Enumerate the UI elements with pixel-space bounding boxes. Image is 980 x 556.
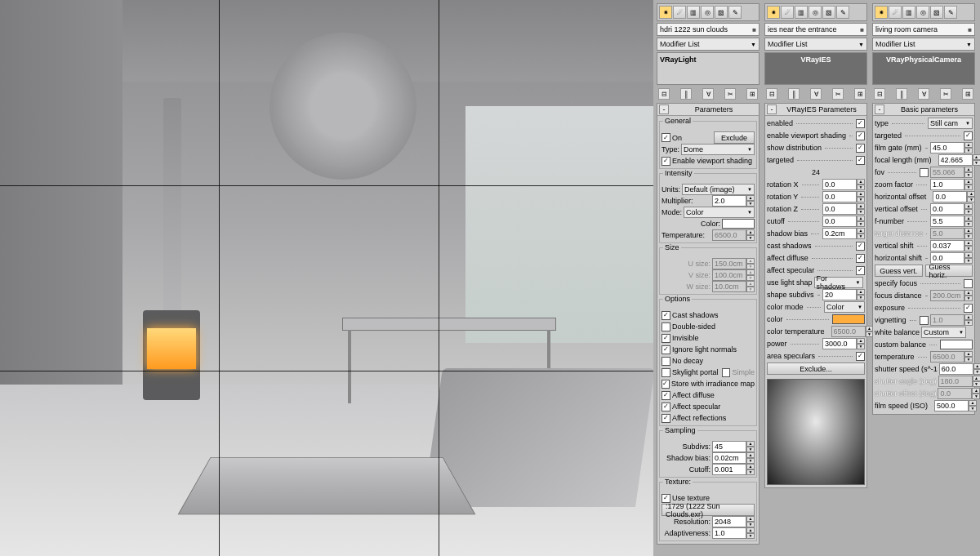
affect-specular-checkbox[interactable] <box>662 403 670 411</box>
modifier-list[interactable]: Modifier List <box>764 38 867 51</box>
modifier-stack[interactable]: VRayPhysicalCamera <box>872 52 975 85</box>
modifier-stack[interactable]: VRayIES <box>764 52 867 85</box>
sfocus-checkbox[interactable] <box>964 279 973 288</box>
invisible-checkbox[interactable] <box>662 334 670 343</box>
sbias-spinner[interactable]: ▲▼ <box>822 228 865 239</box>
targeted-checkbox[interactable] <box>856 156 865 165</box>
show-end-icon[interactable]: ║ <box>680 88 692 100</box>
store-irr-checkbox[interactable] <box>662 380 670 389</box>
on-checkbox[interactable] <box>662 133 670 142</box>
double-sided-checkbox[interactable] <box>662 322 670 331</box>
make-unique-icon[interactable]: ∀ <box>702 88 714 100</box>
panel-vraycam: ✷☄▥◎▧✎ living room camera■ Modifier List… <box>872 3 975 553</box>
exclude-button[interactable]: Exclude... <box>767 363 865 375</box>
render-viewport[interactable] <box>0 0 653 556</box>
adiff-checkbox[interactable] <box>856 254 865 263</box>
fnum-spinner[interactable]: ▲▼ <box>930 216 973 227</box>
object-name[interactable]: living room camera■ <box>872 23 975 36</box>
fov-spinner[interactable]: ▲▼ <box>930 167 973 178</box>
modifier-stack[interactable]: VRayLight <box>657 52 760 85</box>
hoff-spinner[interactable]: ▲▼ <box>933 191 975 202</box>
color-swatch[interactable] <box>832 314 865 324</box>
cbal-swatch[interactable] <box>940 340 973 349</box>
targeted-checkbox[interactable] <box>964 131 973 140</box>
modifier-list[interactable]: Modifier List <box>872 38 975 51</box>
modifier-list[interactable]: Modifier List <box>657 38 760 51</box>
cmode-select[interactable]: Color <box>824 301 865 313</box>
color-swatch[interactable]: ■ <box>752 26 756 33</box>
type-select[interactable]: Dome <box>681 144 755 155</box>
focal-spinner[interactable]: ▲▼ <box>938 154 980 166</box>
cshad-checkbox[interactable] <box>856 242 865 251</box>
enabled-checkbox[interactable] <box>856 119 865 128</box>
iso-spinner[interactable]: ▲▼ <box>934 400 977 411</box>
evs-checkbox[interactable] <box>662 157 670 166</box>
rollup-basic: -Basic parameters typeStill cam targeted… <box>872 103 975 415</box>
fov-checkbox[interactable] <box>920 168 929 177</box>
mode-select[interactable]: Color <box>684 207 755 218</box>
remove-icon[interactable]: ✂ <box>724 88 736 100</box>
fdist-spinner[interactable]: ▲▼ <box>930 290 973 301</box>
vshift-spinner[interactable]: ▲▼ <box>930 240 973 251</box>
display-icon[interactable]: ▧ <box>715 6 728 19</box>
count-label: 24 <box>812 168 820 176</box>
showdist-checkbox[interactable] <box>856 144 865 153</box>
zoom-spinner[interactable]: ▲▼ <box>930 179 973 190</box>
guess-vert-button[interactable]: Guess vert. <box>875 265 923 277</box>
group-intensity: Intensity <box>663 169 694 177</box>
exposure-checkbox[interactable] <box>964 304 973 313</box>
vig-spinner[interactable]: ▲▼ <box>930 314 973 326</box>
camtype-select[interactable]: Still cam <box>928 118 973 129</box>
hierarchy-icon[interactable]: ▥ <box>687 6 700 19</box>
units-select[interactable]: Default (image) <box>682 184 755 195</box>
group-texture: Texture: <box>663 478 693 486</box>
collapse-icon[interactable]: - <box>659 105 669 114</box>
affect-refl-checkbox[interactable] <box>662 414 670 423</box>
subdivs-spinner[interactable]: ▲▼ <box>712 441 755 452</box>
voff-spinner[interactable]: ▲▼ <box>930 203 973 215</box>
motion-icon[interactable]: ◎ <box>701 6 714 19</box>
res-spinner[interactable]: ▲▼ <box>712 516 755 527</box>
sspeed-spinner[interactable]: ▲▼ <box>939 363 980 375</box>
rollup-iesparams: -VRayIES Parameters enabled enable viewp… <box>764 103 867 488</box>
cast-shadows-checkbox[interactable] <box>662 311 670 320</box>
pin-icon[interactable]: ⊟ <box>658 88 670 100</box>
skylight-checkbox[interactable] <box>662 368 670 377</box>
modify-icon[interactable]: ☄ <box>673 6 686 19</box>
object-name[interactable]: hdri 1222 sun clouds■ <box>657 23 760 36</box>
ies-preview <box>767 379 865 485</box>
uls-select[interactable]: For shadows <box>814 277 863 288</box>
exclude-button[interactable]: Exclude <box>714 131 755 144</box>
texture-slot[interactable]: :1729 (1222 Sun Clouds.exr) <box>662 504 755 516</box>
filmgate-spinner[interactable]: ▲▼ <box>930 142 973 153</box>
aspec-checkbox[interactable] <box>856 266 865 275</box>
vig-checkbox[interactable] <box>920 316 929 325</box>
object-name[interactable]: ies near the entrance■ <box>764 23 867 36</box>
configure-icon[interactable]: ⊞ <box>746 88 758 100</box>
shadowbias-spinner[interactable]: ▲▼ <box>712 452 755 464</box>
ctemp-spinner[interactable]: ▲▼ <box>831 326 874 337</box>
shs-spinner[interactable]: ▲▼ <box>822 289 865 300</box>
adapt-spinner[interactable]: ▲▼ <box>712 527 755 539</box>
utilities-icon[interactable]: ✎ <box>728 6 742 19</box>
ignore-normals-checkbox[interactable] <box>662 345 670 354</box>
affect-diffuse-checkbox[interactable] <box>662 391 670 400</box>
tdist-spinner[interactable]: ▲▼ <box>930 228 973 239</box>
temp-spinner[interactable]: ▲▼ <box>930 351 973 363</box>
wb-select[interactable]: Custom <box>921 327 966 338</box>
multiplier-spinner[interactable]: ▲▼ <box>712 195 755 207</box>
evs-checkbox[interactable] <box>856 131 865 140</box>
roty-spinner[interactable]: ▲▼ <box>822 191 865 202</box>
cutoff-spinner[interactable]: ▲▼ <box>822 216 865 227</box>
rotz-spinner[interactable]: ▲▼ <box>822 203 865 215</box>
rollup-parameters: -Parameters General On Exclude Type:Dome… <box>657 103 760 545</box>
create-icon[interactable]: ✷ <box>659 6 672 19</box>
no-decay-checkbox[interactable] <box>662 357 670 366</box>
power-spinner[interactable]: ▲▼ <box>822 338 865 349</box>
rotx-spinner[interactable]: ▲▼ <box>822 179 865 190</box>
aspecs-checkbox[interactable] <box>856 352 865 361</box>
temp-spinner[interactable]: ▲▼ <box>712 229 755 241</box>
guess-horiz-button[interactable]: Guess horiz. <box>925 265 973 277</box>
cutoff-spinner[interactable]: ▲▼ <box>712 464 755 475</box>
color-swatch[interactable] <box>722 219 755 229</box>
